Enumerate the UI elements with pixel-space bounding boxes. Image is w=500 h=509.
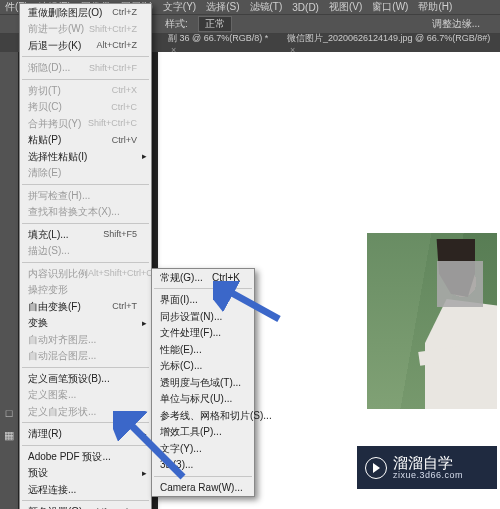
tab-title: 副 36 xyxy=(168,33,190,43)
pref-file-handling[interactable]: 文件处理(F)... xyxy=(152,325,254,342)
menu-content-aware-scale[interactable]: 内容识别比例Alt+Shift+Ctrl+C xyxy=(20,265,151,282)
menu-transform[interactable]: 变换▸ xyxy=(20,315,151,332)
annotation-arrow xyxy=(213,281,283,323)
menu-paste-special[interactable]: 选择性粘贴(I)▸ xyxy=(20,148,151,165)
menu-color-settings[interactable]: 颜色设置(G)...Shift+Ctrl+K xyxy=(20,504,151,510)
face-blur xyxy=(437,261,483,307)
play-icon xyxy=(365,457,387,479)
svg-line-0 xyxy=(221,287,279,319)
tab-title: 微信图片_20200626124149.jpg xyxy=(287,33,413,43)
menu-define-brush[interactable]: 定义画笔预设(B)... xyxy=(20,370,151,387)
pref-transparency[interactable]: 透明度与色域(T)... xyxy=(152,374,254,391)
menu-item-help[interactable]: 帮助(H) xyxy=(418,0,452,14)
tab-zoom: @ 66.7%(RGB/8#) xyxy=(415,33,490,43)
menu-auto-blend[interactable]: 自动混合图层... xyxy=(20,348,151,365)
watermark-url: zixue.3d66.com xyxy=(393,471,463,480)
tool-icon[interactable]: □ xyxy=(0,402,18,424)
menu-item-window[interactable]: 窗口(W) xyxy=(372,0,408,14)
menu-fade[interactable]: 渐隐(D)...Shift+Ctrl+F xyxy=(20,60,151,77)
tool-icon[interactable]: ▦ xyxy=(0,424,18,446)
menu-fill[interactable]: 填充(L)...Shift+F5 xyxy=(20,226,151,243)
canvas-image xyxy=(367,233,497,409)
annotation-arrow xyxy=(113,411,193,483)
menu-step-backward[interactable]: 后退一步(K)Alt+Ctrl+Z xyxy=(20,37,151,54)
mode-label: 样式: xyxy=(165,17,188,31)
left-toolbar: □ ▦ xyxy=(0,52,18,509)
menu-spell[interactable]: 拼写检查(H)... xyxy=(20,187,151,204)
watermark: 溜溜自学 zixue.3d66.com xyxy=(357,446,497,489)
menu-free-transform[interactable]: 自由变换(F)Ctrl+T xyxy=(20,298,151,315)
pref-cursors[interactable]: 光标(C)... xyxy=(152,358,254,375)
menu-item-3d[interactable]: 3D(D) xyxy=(292,2,319,13)
mode-dropdown[interactable]: 正常 xyxy=(198,16,232,32)
menu-find-replace[interactable]: 查找和替换文本(X)... xyxy=(20,204,151,221)
tab-zoom: @ 66.7%(RGB/8) * xyxy=(192,33,268,43)
menu-cut[interactable]: 剪切(T)Ctrl+X xyxy=(20,82,151,99)
menu-stroke[interactable]: 描边(S)... xyxy=(20,243,151,260)
menu-copy-merged[interactable]: 合并拷贝(Y)Shift+Ctrl+C xyxy=(20,115,151,132)
menu-remote[interactable]: 远程连接... xyxy=(20,481,151,498)
menu-copy[interactable]: 拷贝(C)Ctrl+C xyxy=(20,99,151,116)
pref-performance[interactable]: 性能(E)... xyxy=(152,341,254,358)
menu-item-view[interactable]: 视图(V) xyxy=(329,0,362,14)
menu-undo[interactable]: 重做删除图层(O)Ctrl+Z xyxy=(20,4,151,21)
menu-step-forward[interactable]: 前进一步(W)Shift+Ctrl+Z xyxy=(20,21,151,38)
pref-units[interactable]: 单位与标尺(U)... xyxy=(152,391,254,408)
watermark-brand: 溜溜自学 xyxy=(393,454,453,471)
menu-define-pattern[interactable]: 定义图案... xyxy=(20,387,151,404)
menu-item-filter[interactable]: 滤镜(T) xyxy=(250,0,283,14)
menu-item-select[interactable]: 选择(S) xyxy=(206,0,239,14)
menu-clear[interactable]: 清除(E) xyxy=(20,165,151,182)
menu-item-type[interactable]: 文字(Y) xyxy=(163,0,196,14)
refine-edge-button[interactable]: 调整边缘... xyxy=(432,17,500,31)
svg-line-1 xyxy=(123,417,183,477)
menu-paste[interactable]: 粘贴(P)Ctrl+V xyxy=(20,132,151,149)
menu-auto-align[interactable]: 自动对齐图层... xyxy=(20,331,151,348)
menu-puppet[interactable]: 操控变形 xyxy=(20,282,151,299)
